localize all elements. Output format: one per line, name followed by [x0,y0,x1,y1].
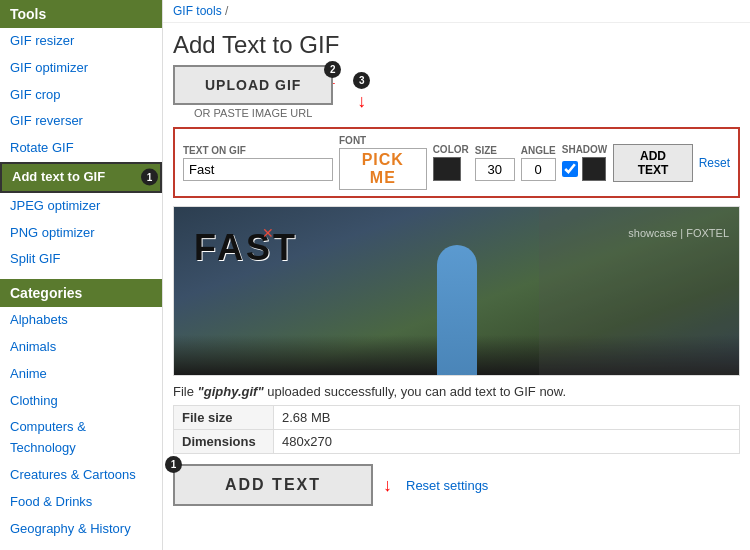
breadcrumb: GIF tools / [163,0,750,23]
success-message: File "giphy.gif" uploaded successfully, … [173,384,740,399]
or-paste-label: OR PASTE IMAGE URL [173,107,333,119]
content-area: UPLOAD GIF 2 OR PASTE IMAGE URL 3 ↓ ← TE… [163,65,750,516]
categories-section: Categories Alphabets Animals Anime Cloth… [0,279,162,550]
sidebar: Tools GIF resizer GIF optimizer GIF crop… [0,0,163,550]
gif-watermark: showcase | FOXTEL [628,227,729,239]
file-size-label: File size [174,406,274,430]
badge-2: 2 [324,61,341,78]
arrow-3-wrapper: 3 ↓ [353,72,370,112]
add-text-bottom-wrapper: 1 ADD TEXT ↓ Reset settings [173,464,740,506]
person-silhouette [437,245,477,375]
sidebar-item-add-text[interactable]: Add text to GIF [0,162,162,193]
sidebar-item-gif-crop[interactable]: GIF crop [0,82,162,109]
badge-1: 1 [141,169,158,186]
angle-input[interactable] [521,158,556,181]
color-picker[interactable] [433,157,461,181]
dimensions-label: Dimensions [174,430,274,454]
sidebar-item-split-gif[interactable]: Split GIF [0,246,162,273]
breadcrumb-separator: / [225,4,228,18]
add-text-inline-button[interactable]: ADD TEXT [613,144,692,182]
table-row-dimensions: Dimensions 480x270 [174,430,740,454]
upload-wrapper: UPLOAD GIF 2 OR PASTE IMAGE URL [173,65,333,119]
sidebar-item-jpeg-optimizer[interactable]: JPEG optimizer [0,193,162,220]
color-label: COLOR [433,144,469,155]
file-info-table: File size 2.68 MB Dimensions 480x270 [173,405,740,454]
angle-label: ANGLE [521,145,556,156]
shadow-label: SHADOW [562,144,608,155]
shadow-checkbox[interactable] [562,161,578,177]
file-size-value: 2.68 MB [274,406,740,430]
font-label: FONT [339,135,427,146]
sidebar-item-alphabets[interactable]: Alphabets [0,307,162,334]
size-group: SIZE [475,145,515,181]
table-row-filesize: File size 2.68 MB [174,406,740,430]
shadow-group: SHADOW [562,144,608,181]
text-on-gif-input[interactable] [183,158,333,181]
sidebar-item-png-optimizer[interactable]: PNG optimizer [0,220,162,247]
font-group: FONT PICK ME [339,135,427,190]
shadow-color-picker[interactable] [582,157,606,181]
sidebar-item-gif-resizer[interactable]: GIF resizer [0,28,162,55]
color-group: COLOR [433,144,469,181]
sidebar-item-hobbies[interactable]: Hobbies & Entertainment [0,542,162,550]
upload-gif-button[interactable]: UPLOAD GIF [173,65,333,105]
sidebar-item-clothing[interactable]: Clothing [0,388,162,415]
text-on-gif-group: TEXT ON GIF [183,145,333,181]
reset-settings-link[interactable]: Reset settings [406,478,488,493]
angle-group: ANGLE [521,145,556,181]
shadow-controls [562,157,608,181]
sidebar-item-geography[interactable]: Geography & History [0,516,162,543]
arrow-bottom-wrapper: ↓ [383,475,392,496]
size-input[interactable] [475,158,515,181]
gif-text-overlay: FAST [194,227,298,269]
sidebar-item-computers[interactable]: Computers & Technology [0,414,162,462]
page-title: Add Text to GIF [163,23,750,65]
upload-section: UPLOAD GIF 2 OR PASTE IMAGE URL 3 ↓ ← [173,65,740,119]
badge-1-bottom: 1 [165,456,182,473]
reset-link[interactable]: Reset [699,156,730,170]
arrow-bottom-down-icon: ↓ [383,475,392,496]
sidebar-item-creatures[interactable]: Creatures & Cartoons [0,462,162,489]
sidebar-item-gif-reverser[interactable]: GIF reverser [0,108,162,135]
badge-3: 3 [353,72,370,89]
edit-icon[interactable]: ✕ [262,225,274,241]
sidebar-item-food[interactable]: Food & Drinks [0,489,162,516]
gif-preview: FAST ✕ showcase | FOXTEL [173,206,740,376]
size-label: SIZE [475,145,515,156]
sidebar-item-rotate-gif[interactable]: Rotate GIF [0,135,162,162]
main-content: GIF tools / Add Text to GIF UPLOAD GIF 2… [163,0,750,550]
arrow-down-icon: ↓ [357,91,366,112]
dimensions-value: 480x270 [274,430,740,454]
breadcrumb-tools-link[interactable]: GIF tools [173,4,222,18]
sidebar-item-animals[interactable]: Animals [0,334,162,361]
sidebar-item-gif-optimizer[interactable]: GIF optimizer [0,55,162,82]
text-tools-bar: TEXT ON GIF FONT PICK ME COLOR SIZE ANGL… [173,127,740,198]
sidebar-item-anime[interactable]: Anime [0,361,162,388]
add-text-big-button[interactable]: ADD TEXT [173,464,373,506]
add-text-btn-container: 1 ADD TEXT [173,464,373,506]
font-picker-button[interactable]: PICK ME [339,148,427,190]
tools-header: Tools [0,0,162,28]
categories-header: Categories [0,279,162,307]
text-on-gif-label: TEXT ON GIF [183,145,333,156]
